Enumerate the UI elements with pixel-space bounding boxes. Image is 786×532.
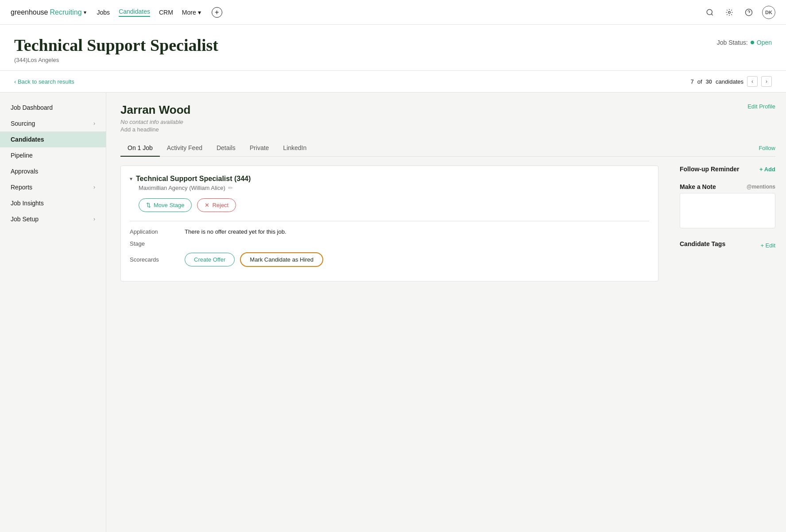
tab-details[interactable]: Details	[209, 140, 243, 157]
job-info: Technical Support Specialist (344)Los An…	[14, 35, 218, 63]
headline-placeholder[interactable]: Add a headline	[120, 126, 775, 133]
tab-activity-feed[interactable]: Activity Feed	[160, 140, 209, 157]
move-stage-label: Move Stage	[154, 202, 184, 208]
of-label: of	[697, 78, 702, 85]
move-stage-button[interactable]: ⇅ Move Stage	[139, 198, 192, 212]
sidebar-item-job-insights[interactable]: Job Insights	[0, 195, 106, 211]
candidate-tags-section: Candidate Tags + Edit	[680, 240, 775, 250]
agency-name: Maximillian Agency (William Alice)	[139, 185, 225, 191]
job-card-title: Technical Support Specialist (344)	[136, 175, 251, 183]
chevron-right-icon: ›	[93, 120, 95, 127]
sidebar-item-label: Job Insights	[11, 200, 44, 207]
sidebar-item-pipeline[interactable]: Pipeline	[0, 147, 106, 163]
back-to-search-link[interactable]: ‹ Back to search results	[14, 78, 74, 85]
sidebar-item-label: Reports	[11, 184, 32, 191]
follow-up-label: Follow-up Reminder	[680, 166, 740, 173]
candidate-navigation: 7 of 30 candidates ‹ ›	[691, 76, 772, 87]
sidebar-item-label: Job Setup	[11, 216, 39, 223]
contact-info: No contact info available	[120, 119, 775, 125]
candidate-tabs: On 1 Job Activity Feed Details Private L…	[120, 140, 775, 157]
settings-icon[interactable]	[723, 6, 736, 19]
job-status-label: Job Status:	[717, 39, 748, 46]
status-dot-icon	[751, 41, 754, 44]
job-meta: (344)Los Angeles	[14, 57, 218, 63]
job-status: Job Status: Open	[717, 39, 772, 46]
candidate-tags-row: Candidate Tags + Edit	[680, 240, 775, 250]
make-note-label: Make a Note	[680, 183, 716, 190]
reject-icon: ✕	[205, 202, 209, 208]
nav-crm[interactable]: CRM	[159, 9, 173, 16]
search-icon[interactable]	[704, 6, 716, 19]
sidebar-item-sourcing[interactable]: Sourcing ›	[0, 116, 106, 131]
sidebar-item-label: Job Dashboard	[11, 104, 53, 111]
more-chevron-icon: ▾	[198, 9, 201, 16]
sidebar-item-job-dashboard[interactable]: Job Dashboard	[0, 100, 106, 116]
scorecards-row: Scorecards Create Offer Mark Candidate a…	[130, 252, 649, 267]
reject-label: Reject	[212, 202, 228, 208]
collapse-icon[interactable]: ▾	[130, 176, 132, 182]
page-title: Technical Support Specialist	[14, 35, 218, 55]
sidebar-item-reports[interactable]: Reports ›	[0, 179, 106, 195]
tabs-list: On 1 Job Activity Feed Details Private L…	[120, 140, 314, 156]
content-main: ▾ Technical Support Specialist (344) Max…	[120, 166, 775, 289]
breadcrumb-row: ‹ Back to search results 7 of 30 candida…	[0, 71, 786, 93]
nav-more[interactable]: More ▾	[182, 9, 201, 16]
chevron-right-icon: ›	[93, 184, 95, 190]
header-row: Technical Support Specialist (344)Los An…	[14, 35, 772, 63]
tab-on-job[interactable]: On 1 Job	[120, 140, 160, 157]
chevron-right-icon: ›	[93, 216, 95, 222]
sidebar-item-job-setup[interactable]: Job Setup ›	[0, 211, 106, 227]
edit-agency-icon[interactable]: ✏	[228, 185, 233, 191]
main-layout: Job Dashboard Sourcing › Candidates Pipe…	[0, 93, 786, 532]
status-badge: Open	[757, 39, 772, 46]
logo-text: greenhouse	[11, 8, 48, 16]
nav-candidates[interactable]: Candidates	[119, 8, 150, 17]
edit-tags-button[interactable]: + Edit	[760, 242, 775, 249]
add-follow-up-button[interactable]: + Add	[759, 166, 775, 173]
stage-label: Stage	[130, 240, 174, 247]
add-button[interactable]: +	[212, 7, 222, 18]
make-note-section: Make a Note @mentions	[680, 183, 775, 230]
sidebar-item-approvals[interactable]: Approvals	[0, 163, 106, 179]
nav-jobs[interactable]: Jobs	[97, 9, 110, 16]
sidebar-item-candidates[interactable]: Candidates	[0, 131, 106, 147]
follow-button[interactable]: Follow	[759, 141, 775, 155]
top-navigation: greenhouse Recruiting ▾ Jobs Candidates …	[0, 0, 786, 25]
follow-up-title: Follow-up Reminder + Add	[680, 166, 775, 173]
nav-links: Jobs Candidates CRM More ▾	[97, 8, 201, 17]
no-offer-text: There is no offer created yet for this j…	[185, 228, 287, 235]
candidate-name: Jarran Wood	[120, 103, 190, 117]
offer-buttons: Create Offer Mark Candidate as Hired	[185, 252, 323, 267]
application-label: Application	[130, 228, 174, 235]
job-card-agency: Maximillian Agency (William Alice) ✏	[139, 185, 649, 191]
note-textarea[interactable]	[680, 193, 775, 228]
make-note-title: Make a Note @mentions	[680, 183, 775, 190]
help-icon[interactable]	[743, 6, 755, 19]
reject-button[interactable]: ✕ Reject	[197, 198, 236, 212]
create-offer-button[interactable]: Create Offer	[185, 253, 235, 266]
prev-candidate-button[interactable]: ‹	[747, 76, 758, 87]
right-panel: Follow-up Reminder + Add Make a Note @me…	[669, 166, 775, 289]
logo[interactable]: greenhouse Recruiting ▾	[11, 8, 86, 16]
application-row: Application There is no offer created ye…	[130, 228, 649, 235]
candidate-tags-label: Candidate Tags	[680, 240, 725, 247]
sidebar-item-label: Sourcing	[11, 120, 35, 127]
mark-candidate-hired-button[interactable]: Mark Candidate as Hired	[240, 252, 323, 267]
candidates-label: candidates	[716, 78, 743, 85]
stage-row: Stage	[130, 240, 649, 247]
logo-chevron-icon[interactable]: ▾	[84, 9, 86, 15]
candidate-position: 7	[691, 78, 694, 85]
sidebar-item-label: Approvals	[11, 168, 38, 175]
nav-left: greenhouse Recruiting ▾ Jobs Candidates …	[11, 7, 222, 18]
move-stage-icon: ⇅	[146, 202, 151, 208]
edit-profile-link[interactable]: Edit Profile	[747, 103, 775, 110]
profile-header: Jarran Wood Edit Profile	[120, 103, 775, 117]
sidebar-item-label: Pipeline	[11, 152, 33, 159]
candidate-total: 30	[706, 78, 712, 85]
application-details: Application There is no offer created ye…	[130, 228, 649, 267]
tab-linkedin[interactable]: LinkedIn	[276, 140, 314, 157]
next-candidate-button[interactable]: ›	[761, 76, 772, 87]
tab-private[interactable]: Private	[243, 140, 276, 157]
content-left: ▾ Technical Support Specialist (344) Max…	[120, 166, 658, 289]
avatar[interactable]: DK	[762, 6, 775, 19]
